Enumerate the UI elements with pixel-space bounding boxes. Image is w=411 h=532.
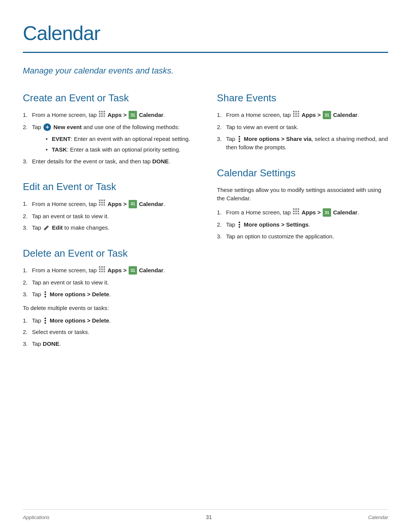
edit-title: Edit an Event or Task xyxy=(23,179,194,194)
svg-rect-14 xyxy=(104,202,105,203)
delete-multi-step-1: Tap More options > Delete. xyxy=(23,316,194,325)
delete-multi-step-2: Select events or tasks. xyxy=(23,328,194,337)
settings-step-2: Tap More options > Settings. xyxy=(217,220,388,229)
footer: Applications 31 Calendar xyxy=(23,509,388,521)
settings-step-1: From a Home screen, tap xyxy=(217,208,388,218)
more-options-icon-delete xyxy=(43,291,47,298)
svg-rect-6 xyxy=(99,115,100,117)
svg-rect-21 xyxy=(104,266,105,268)
settings-title: Calendar Settings xyxy=(217,166,388,181)
svg-rect-24 xyxy=(104,268,105,270)
footer-left: Applications xyxy=(23,514,49,521)
edit-step-2-text: Tap an event or task to view it. xyxy=(32,213,109,219)
apps-icon-delete xyxy=(99,266,105,275)
svg-rect-27 xyxy=(104,271,105,272)
settings-intro: These settings allow you to modify setti… xyxy=(217,186,388,203)
more-options-icon-share xyxy=(237,136,241,142)
svg-rect-33 xyxy=(298,113,299,115)
svg-rect-2 xyxy=(104,111,105,112)
svg-rect-7 xyxy=(101,115,103,117)
share-step-3: Tap More options > Share via, select a s… xyxy=(217,135,388,152)
settings-step-3-text: Tap an option to customize the applicati… xyxy=(226,233,334,240)
create-step-3-text: Enter details for the event or task, and… xyxy=(32,158,170,165)
create-methods-list: EVENT: Enter an event with an optional r… xyxy=(38,135,194,154)
svg-rect-9 xyxy=(99,200,100,201)
create-step-2: Tap + New event and use one of the follo… xyxy=(23,123,194,154)
footer-page-number: 31 xyxy=(206,513,212,521)
more-options-icon-settings xyxy=(237,221,241,228)
calendar-label: Calendar xyxy=(139,112,163,118)
svg-rect-28 xyxy=(293,111,295,112)
left-column: Create an Event or Task From a Home scre… xyxy=(23,91,194,362)
delete-step-2-text: Tap an event or task to view it. xyxy=(32,279,109,286)
delete-multi-step-3: Tap DONE. xyxy=(23,340,194,348)
settings-step-1-text: From a Home screen, tap xyxy=(226,209,359,216)
svg-rect-22 xyxy=(99,268,100,270)
new-event-icon: + xyxy=(43,123,51,131)
new-event-label: New event xyxy=(54,124,82,130)
svg-rect-31 xyxy=(293,113,295,115)
delete-steps: From a Home screen, tap xyxy=(23,266,194,299)
calendar-icon-share-1: 31 xyxy=(323,111,331,119)
content-columns: Create an Event or Task From a Home scre… xyxy=(23,91,388,362)
delete-step-3: Tap More options > Delete. xyxy=(23,290,194,299)
more-options-icon-delete-multi xyxy=(43,317,47,324)
svg-rect-11 xyxy=(104,200,105,201)
svg-rect-36 xyxy=(298,115,299,117)
calendar-icon-delete-1: 31 xyxy=(129,266,137,275)
delete-multiple-note: To delete multiple events or tasks: xyxy=(23,304,194,313)
settings-step-2-text: Tap More options > Settings. xyxy=(226,221,310,228)
create-method-task: TASK: Enter a task with an optional prio… xyxy=(46,145,194,154)
svg-rect-41 xyxy=(295,211,297,212)
svg-rect-34 xyxy=(293,115,295,117)
calendar-icon-settings-1: 31 xyxy=(323,208,331,217)
edit-steps: From a Home screen, tap xyxy=(23,200,194,232)
share-step-2-text: Tap to view an event or task. xyxy=(226,124,298,130)
create-step-2-text: Tap + New event and use one of the follo… xyxy=(32,124,180,130)
create-steps: From a Home screen, tap xyxy=(23,111,194,166)
page-subtitle: Manage your calendar events and tasks. xyxy=(23,65,183,77)
svg-rect-32 xyxy=(295,113,297,115)
settings-step-3: Tap an option to customize the applicati… xyxy=(217,232,388,241)
svg-rect-45 xyxy=(298,213,299,214)
delete-step-1: From a Home screen, tap xyxy=(23,266,194,276)
svg-rect-26 xyxy=(101,271,103,272)
svg-rect-29 xyxy=(295,111,297,112)
edit-section: Edit an Event or Task From a Home screen… xyxy=(23,179,194,232)
delete-step-3-text: Tap More options > Delete. xyxy=(32,291,111,297)
calendar-icon-create-1: 31 xyxy=(129,111,137,119)
right-column: Share Events From a Home screen, tap xyxy=(217,91,388,362)
share-steps: From a Home screen, tap xyxy=(217,111,388,152)
edit-step-1-text: From a Home screen, tap xyxy=(32,201,165,207)
svg-rect-16 xyxy=(101,204,103,206)
edit-step-2: Tap an event or task to view it. xyxy=(23,212,194,221)
apps-label: Apps > xyxy=(107,112,126,118)
svg-rect-8 xyxy=(104,115,105,117)
create-step-3: Enter details for the event or task, and… xyxy=(23,157,194,166)
create-section: Create an Event or Task From a Home scre… xyxy=(23,91,194,166)
settings-section: Calendar Settings These settings allow y… xyxy=(217,166,388,241)
svg-rect-13 xyxy=(101,202,103,203)
svg-rect-4 xyxy=(101,113,103,115)
svg-rect-15 xyxy=(99,204,100,206)
svg-rect-42 xyxy=(298,211,299,212)
edit-step-3: Tap Edit to make changes. xyxy=(23,224,194,232)
delete-step-1-text: From a Home screen, tap xyxy=(32,267,165,273)
share-step-1-text: From a Home screen, tap xyxy=(226,112,359,118)
svg-rect-3 xyxy=(99,113,100,115)
delete-title: Delete an Event or Task xyxy=(23,246,194,261)
svg-rect-44 xyxy=(295,213,297,214)
svg-rect-19 xyxy=(99,266,100,268)
share-title: Share Events xyxy=(217,91,388,105)
svg-rect-0 xyxy=(99,111,100,112)
settings-steps: From a Home screen, tap xyxy=(217,208,388,241)
svg-rect-12 xyxy=(99,202,100,203)
svg-rect-25 xyxy=(99,271,100,272)
svg-rect-5 xyxy=(104,113,105,115)
svg-rect-43 xyxy=(293,213,295,214)
create-method-event: EVENT: Enter an event with an optional r… xyxy=(46,135,194,144)
share-step-1: From a Home screen, tap xyxy=(217,111,388,120)
svg-rect-35 xyxy=(295,115,297,117)
top-rule xyxy=(23,52,388,53)
apps-icon-edit xyxy=(99,199,105,209)
